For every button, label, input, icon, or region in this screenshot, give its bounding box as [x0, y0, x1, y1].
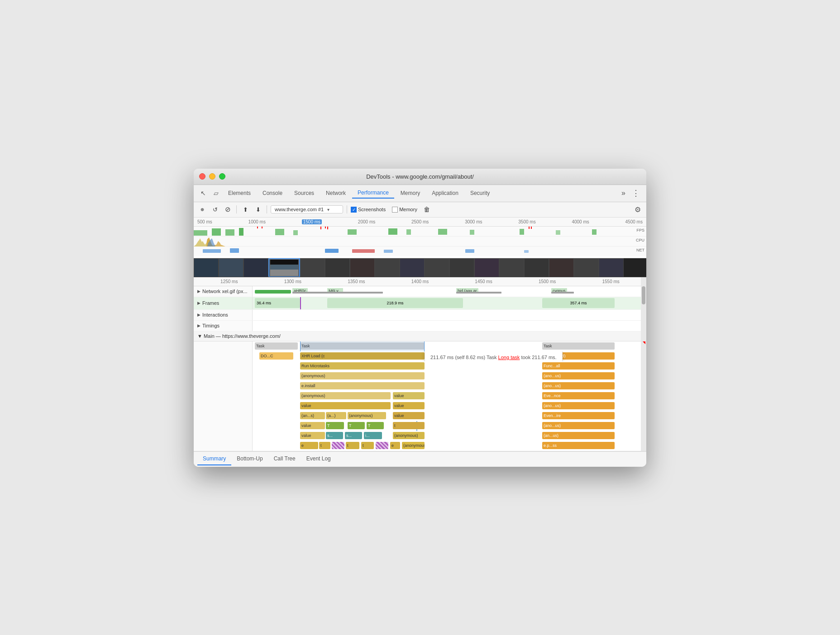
stripe-bar-2[interactable]: [376, 442, 388, 449]
tab-elements[interactable]: Elements: [223, 188, 256, 198]
maximize-button[interactable]: [219, 173, 225, 180]
memory-checkbox[interactable]: [392, 207, 398, 213]
flame-row-8-content[interactable]: (an...s) (a...) (anonymous) value Even..…: [253, 411, 646, 421]
call-tree-tab[interactable]: Call Tree: [268, 453, 301, 465]
run-microtasks-bar[interactable]: Run Microtasks: [300, 362, 425, 370]
value-bar-6[interactable]: value: [300, 432, 325, 439]
value-bar-2[interactable]: value: [300, 402, 391, 409]
reload-record-button[interactable]: ↺: [210, 204, 220, 214]
eve-nce-bar[interactable]: Eve...nce: [542, 392, 615, 399]
ep-ss-bar[interactable]: e.p...ss: [542, 442, 615, 449]
t-bar-1[interactable]: t: [393, 422, 425, 429]
ano-us-bar-1[interactable]: (ano...us): [542, 372, 615, 379]
flame-row-5-content[interactable]: e.install (ano...us): [253, 381, 646, 391]
einstall-bar[interactable]: e.install: [300, 382, 425, 389]
interactions-content[interactable]: [253, 310, 646, 320]
screenshots-checkbox[interactable]: ✓: [351, 207, 357, 213]
task-bar-2[interactable]: Task: [300, 342, 425, 350]
tab-network[interactable]: Network: [320, 188, 351, 198]
interactions-expand-arrow[interactable]: ▶: [197, 313, 200, 317]
flame-row-2-content[interactable]: DO...C XHR Load (c 211.67 ms (self 8.62 …: [253, 351, 646, 361]
main-collapse-arrow[interactable]: ▼: [197, 333, 202, 339]
record-button[interactable]: ●: [197, 204, 207, 214]
e-bar-2[interactable]: e: [390, 442, 400, 449]
s-bar-2[interactable]: s...: [345, 432, 362, 439]
ans-bar[interactable]: (an...s): [300, 412, 325, 419]
download-button[interactable]: ⬇: [253, 204, 263, 214]
tab-application[interactable]: Application: [426, 188, 464, 198]
timeline-overview[interactable]: 500 ms 1000 ms 1500 ms 2000 ms 2500 ms 3…: [194, 218, 646, 258]
more-menu[interactable]: ⋮: [629, 188, 643, 198]
stripe-bar-1[interactable]: [332, 442, 344, 449]
t-bar-3[interactable]: t: [346, 442, 359, 449]
timings-content[interactable]: [253, 321, 646, 331]
capture-url-select[interactable]: www.theverge.com #1 ▾: [271, 205, 343, 213]
anon-bar-4[interactable]: (anonymous): [393, 432, 425, 439]
anon-bar-1[interactable]: (anonymous): [300, 372, 425, 379]
ano-us-bar-2[interactable]: (ano...us): [542, 382, 615, 389]
flame-row-7-content[interactable]: value value (ano...us): [253, 401, 646, 411]
clear-button[interactable]: ⊘: [223, 204, 233, 214]
tab-memory[interactable]: Memory: [395, 188, 425, 198]
even-ire-bar[interactable]: Even...ire: [542, 412, 615, 419]
trash-icon[interactable]: 🗑: [422, 204, 432, 214]
cursor-icon[interactable]: ↖: [197, 187, 209, 199]
network-track-label[interactable]: ▶ Network xel.gif (px...: [194, 286, 253, 297]
vertical-scrollbar[interactable]: [641, 277, 646, 451]
a-bar[interactable]: (a...): [326, 412, 346, 419]
anon-bar-5[interactable]: (anonymous): [402, 442, 425, 449]
screenshots-checkbox-item[interactable]: ✓ Screenshots: [351, 207, 386, 213]
flame-row-10-content[interactable]: value s... s... i... (anonymous) (an...u…: [253, 431, 646, 441]
network-expand-arrow[interactable]: ▶: [197, 289, 200, 294]
ano-us-bar-3[interactable]: (ano...us): [542, 402, 615, 409]
task-bar-1[interactable]: Task: [255, 342, 298, 350]
memory-checkbox-item[interactable]: Memory: [392, 207, 417, 213]
close-button[interactable]: [199, 173, 205, 180]
value-bar-4[interactable]: value: [393, 412, 425, 419]
screenshot-strip[interactable]: [194, 258, 646, 277]
frames-track-label[interactable]: ▶ Frames: [194, 297, 253, 309]
tab-console[interactable]: Console: [257, 188, 288, 198]
frames-expand-arrow[interactable]: ▶: [197, 301, 200, 305]
flame-row-6-content[interactable]: (anonymous) value Eve...nce: [253, 391, 646, 401]
T-bar-1[interactable]: T: [326, 422, 344, 429]
s-bar-1[interactable]: s...: [326, 432, 343, 439]
interactions-track-label[interactable]: ▶ Interactions: [194, 310, 253, 320]
func-all-bar[interactable]: Func...all: [542, 362, 615, 370]
do-c-bar[interactable]: DO...C: [259, 352, 293, 360]
event-log-tab[interactable]: Event Log: [301, 453, 336, 465]
t-bar-4[interactable]: t: [361, 442, 374, 449]
scrollbar-thumb[interactable]: [642, 286, 645, 304]
mobile-icon[interactable]: ▱: [210, 187, 222, 199]
summary-tab[interactable]: Summary: [197, 453, 231, 465]
minimize-button[interactable]: [209, 173, 215, 180]
main-thread-header[interactable]: ▼ Main — https://www.theverge.com/: [194, 332, 646, 341]
flame-row-11-content[interactable]: e t t t e (anonymous) e.p...ss: [253, 441, 646, 451]
flame-row-1-content[interactable]: Task Task Task: [253, 341, 646, 351]
timings-track-label[interactable]: ▶ Timings: [194, 321, 253, 331]
t-bar-2[interactable]: t: [319, 442, 330, 449]
bottom-up-tab[interactable]: Bottom-Up: [231, 453, 268, 465]
tab-sources[interactable]: Sources: [289, 188, 320, 198]
xhr-load-bar[interactable]: XHR Load (c: [300, 352, 425, 360]
flame-row-3-content[interactable]: Run Microtasks Func...all: [253, 361, 646, 371]
task-bar-3[interactable]: Task: [542, 342, 615, 350]
network-track-content[interactable]: aHR0c M6Ly... bid (aax.ar cygnus: [253, 286, 646, 297]
tab-security[interactable]: Security: [465, 188, 495, 198]
upload-button[interactable]: ⬆: [240, 204, 250, 214]
i-bar[interactable]: i...: [364, 432, 382, 439]
T-bar-3[interactable]: T: [367, 422, 384, 429]
flame-row-9-content[interactable]: value T T T t (ano...us): [253, 421, 646, 431]
frames-track-content[interactable]: 36.4 ms 218.9 ms 357.4 ms: [253, 297, 646, 309]
value-bar-3[interactable]: value: [393, 402, 425, 409]
timings-expand-arrow[interactable]: ▶: [197, 323, 200, 328]
anon-bar-3[interactable]: (anonymous): [348, 412, 386, 419]
ano-us-bar-4[interactable]: (ano...us): [542, 422, 615, 429]
tabs-overflow[interactable]: »: [619, 189, 628, 197]
tab-performance[interactable]: Performance: [352, 188, 394, 199]
value-bar-5[interactable]: value: [300, 422, 325, 429]
T-bar-2[interactable]: T: [348, 422, 365, 429]
settings-button[interactable]: ⚙: [633, 204, 643, 214]
an-us-bar[interactable]: (an...us): [542, 432, 615, 439]
flame-row-4-content[interactable]: (anonymous) (ano...us): [253, 371, 646, 381]
